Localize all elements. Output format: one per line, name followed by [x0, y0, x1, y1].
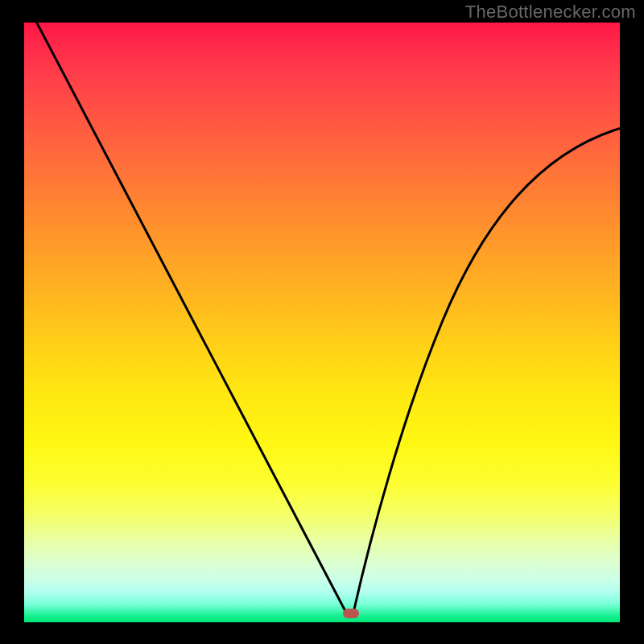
- optimal-point-marker: [343, 609, 359, 618]
- plot-area: [24, 23, 620, 622]
- watermark-text: TheBottlenecker.com: [465, 2, 636, 23]
- bottleneck-curve: [24, 23, 620, 622]
- chart-frame: TheBottlenecker.com: [0, 0, 644, 644]
